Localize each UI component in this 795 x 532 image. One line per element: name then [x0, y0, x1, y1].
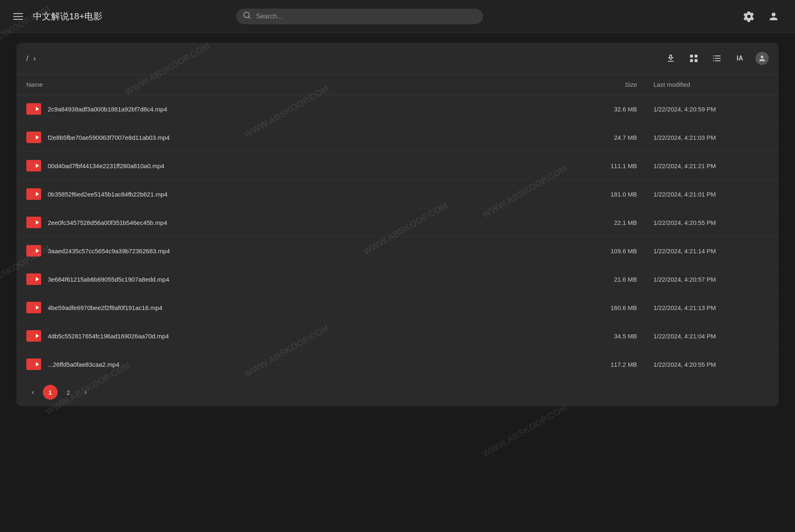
file-size: 34.5 MB	[571, 333, 653, 340]
browser-toolbar: / › IA	[16, 43, 779, 74]
toolbar-actions: IA	[663, 51, 769, 66]
table-row[interactable]: 3e684f61215ab6b69055d5c1907a8edd.mp4 21.…	[16, 265, 779, 294]
file-modified: 1/22/2024, 4:20:59 PM	[653, 106, 769, 113]
file-video-icon	[26, 132, 41, 143]
file-size: 181.0 MB	[571, 191, 653, 198]
pagination: ‹ 1 2 ›	[16, 378, 779, 406]
next-page-button[interactable]: ›	[79, 386, 92, 399]
sort-button[interactable]: IA	[732, 51, 747, 66]
file-video-icon	[26, 302, 41, 313]
file-modified: 1/22/2024, 4:21:03 PM	[653, 134, 769, 141]
table-row[interactable]: 2ee0fc3457528d56a00f351b546ec45b.mp4 22.…	[16, 208, 779, 237]
file-modified: 1/22/2024, 4:20:57 PM	[653, 276, 769, 283]
file-video-icon	[26, 330, 41, 342]
table-row[interactable]: 4be59adfe6970bee2f2f8af0f191ac16.mp4 160…	[16, 294, 779, 322]
file-video-icon	[26, 103, 41, 115]
page-button-1[interactable]: 1	[43, 385, 58, 400]
file-video-icon	[26, 217, 41, 228]
file-name: 0b35852f6ed2ee5145b1ac84fb22b621.mp4	[48, 191, 571, 198]
file-video-icon	[26, 188, 41, 200]
file-modified: 1/22/2024, 4:20:55 PM	[653, 361, 769, 368]
file-modified: 1/22/2024, 4:20:55 PM	[653, 219, 769, 226]
breadcrumb-arrow[interactable]: ›	[33, 54, 36, 63]
file-video-icon	[26, 245, 41, 257]
file-name: 2c9a84938adf3a000b1881a92bf7d8c4.mp4	[48, 106, 571, 113]
download-button[interactable]	[663, 51, 678, 66]
file-modified: 1/22/2024, 4:21:01 PM	[653, 191, 769, 198]
page-button-2[interactable]: 2	[61, 385, 76, 400]
file-name: 3aaed2435c57cc5654c9a39b72362683.mp4	[48, 247, 571, 254]
file-name: 4be59adfe6970bee2f2f8af0f191ac16.mp4	[48, 304, 571, 311]
file-size: 21.6 MB	[571, 276, 653, 283]
col-header-size: Size	[571, 81, 653, 88]
file-name: f2e8b5fbe70ae590063f7007e8d11ab03.mp4	[48, 134, 571, 141]
col-header-modified: Last modified	[653, 81, 769, 88]
file-size: 32.6 MB	[571, 106, 653, 113]
table-header: Name Size Last modified	[16, 74, 779, 95]
main-content: / › IA	[0, 33, 795, 416]
file-video-icon	[26, 160, 41, 171]
file-size: 22.1 MB	[571, 219, 653, 226]
file-modified: 1/22/2024, 4:21:14 PM	[653, 247, 769, 254]
topbar-right	[741, 8, 782, 25]
table-row[interactable]: 4db5c552817654fc196ad169026aa70d.mp4 34.…	[16, 322, 779, 350]
table-row[interactable]: 3aaed2435c57cc5654c9a39b72362683.mp4 109…	[16, 237, 779, 265]
file-modified: 1/22/2024, 4:21:21 PM	[653, 162, 769, 169]
settings-icon[interactable]	[741, 8, 757, 25]
file-video-icon	[26, 359, 41, 370]
search-input[interactable]	[236, 9, 483, 24]
table-row[interactable]: 2c9a84938adf3a000b1881a92bf7d8c4.mp4 32.…	[16, 95, 779, 123]
file-name: 4db5c552817654fc196ad169026aa70d.mp4	[48, 333, 571, 340]
table-row[interactable]: f2e8b5fbe70ae590063f7007e8d11ab03.mp4 24…	[16, 123, 779, 152]
file-name: 00d40ad7fbf44134e2231ff280a810a0.mp4	[48, 162, 571, 169]
user-icon[interactable]	[765, 8, 782, 25]
browser-user-avatar[interactable]	[755, 52, 769, 65]
menu-icon[interactable]	[13, 13, 23, 20]
file-size: 109.6 MB	[571, 247, 653, 254]
svg-line-1	[249, 17, 250, 19]
app-title: 中文解说18+电影	[33, 10, 102, 23]
file-modified: 1/22/2024, 4:21:04 PM	[653, 333, 769, 340]
file-modified: 1/22/2024, 4:21:13 PM	[653, 304, 769, 311]
file-name: 2ee0fc3457528d56a00f351b546ec45b.mp4	[48, 219, 571, 226]
table-row[interactable]: ...26ffd5a0fae83caa2.mp4 117.2 MB 1/22/2…	[16, 350, 779, 378]
breadcrumb-slash: /	[26, 54, 28, 63]
search-icon	[243, 11, 251, 21]
file-browser: / › IA	[16, 43, 779, 406]
grid-view-button[interactable]	[686, 51, 701, 66]
file-size: 117.2 MB	[571, 361, 653, 368]
file-table: 2c9a84938adf3a000b1881a92bf7d8c4.mp4 32.…	[16, 95, 779, 378]
file-size: 111.1 MB	[571, 162, 653, 169]
col-header-name: Name	[26, 81, 571, 88]
search-bar	[236, 9, 483, 24]
topbar: 中文解说18+电影	[0, 0, 795, 33]
file-name: 3e684f61215ab6b69055d5c1907a8edd.mp4	[48, 276, 571, 283]
table-row[interactable]: 0b35852f6ed2ee5145b1ac84fb22b621.mp4 181…	[16, 180, 779, 208]
list-view-button[interactable]	[709, 51, 724, 66]
file-name: ...26ffd5a0fae83caa2.mp4	[48, 361, 571, 368]
table-row[interactable]: 00d40ad7fbf44134e2231ff280a810a0.mp4 111…	[16, 152, 779, 180]
file-size: 24.7 MB	[571, 134, 653, 141]
file-video-icon	[26, 273, 41, 285]
prev-page-button[interactable]: ‹	[26, 386, 40, 399]
file-size: 160.6 MB	[571, 304, 653, 311]
